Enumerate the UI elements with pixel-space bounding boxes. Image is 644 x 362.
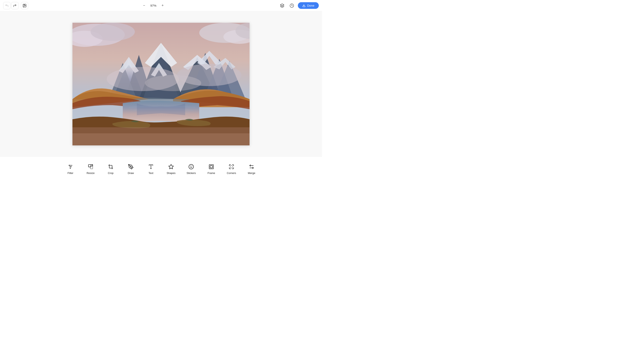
svg-point-38 (70, 166, 72, 167)
tool-filter[interactable]: Filter (60, 160, 80, 178)
tool-crop[interactable]: Crop (100, 160, 121, 178)
text-icon (148, 163, 154, 170)
merge-icon (248, 163, 255, 170)
done-label: Done (307, 4, 314, 7)
stickers-icon (188, 163, 194, 170)
filter-label: Filter (68, 172, 74, 175)
svg-rect-49 (210, 166, 212, 168)
header-center: − 97% + (141, 3, 166, 8)
resize-icon (87, 163, 94, 170)
svg-point-10 (90, 23, 135, 41)
tool-shapes[interactable]: Shapes (161, 160, 181, 178)
layers-icon (280, 3, 284, 8)
svg-point-39 (70, 168, 71, 169)
shapes-label: Shapes (167, 172, 176, 175)
shapes-icon (168, 163, 174, 170)
add-image-button[interactable] (21, 2, 28, 9)
draw-label: Draw (128, 172, 134, 175)
svg-rect-48 (209, 164, 214, 169)
crop-label: Crop (108, 172, 114, 175)
tool-resize[interactable]: Resize (80, 160, 100, 178)
done-button[interactable]: Done (298, 2, 319, 9)
svg-point-31 (145, 75, 201, 91)
tool-frame[interactable]: Frame (201, 160, 222, 178)
svg-point-42 (130, 166, 131, 167)
frame-label: Frame (208, 172, 215, 175)
header-left (3, 2, 28, 9)
tool-merge[interactable]: Merge (242, 160, 262, 178)
undo-button[interactable] (3, 2, 10, 9)
corners-icon (228, 163, 235, 170)
header: − 97% + Done (0, 0, 322, 11)
bottom-toolbar: Filter Resize Crop (0, 157, 322, 181)
text-label: Text (148, 172, 153, 175)
draw-icon (128, 163, 134, 170)
zoom-plus-icon: + (162, 3, 164, 8)
resize-label: Resize (86, 172, 94, 175)
zoom-out-button[interactable]: − (141, 3, 147, 8)
redo-button[interactable] (11, 2, 18, 9)
zoom-in-button[interactable]: + (160, 3, 166, 8)
stickers-label: Stickers (186, 172, 196, 175)
zoom-minus-icon: − (143, 3, 145, 8)
canvas-area (0, 11, 322, 157)
tool-draw[interactable]: Draw (121, 160, 141, 178)
image-container (72, 23, 250, 145)
tool-text[interactable]: Text (141, 160, 161, 178)
tool-corners[interactable]: Corners (222, 160, 242, 178)
frame-icon (208, 163, 214, 170)
svg-point-45 (189, 164, 194, 169)
layers-button[interactable] (278, 2, 286, 9)
landscape-image (72, 23, 250, 145)
tool-stickers[interactable]: Stickers (181, 160, 201, 178)
svg-rect-33 (72, 133, 250, 145)
svg-point-37 (69, 165, 70, 166)
zoom-value: 97% (149, 4, 158, 7)
download-icon (302, 4, 306, 7)
history-icon (290, 3, 294, 8)
svg-rect-50 (230, 166, 233, 168)
corners-label: Corners (227, 172, 236, 175)
filter-icon (67, 163, 74, 170)
landscape-svg (72, 23, 250, 145)
merge-label: Merge (248, 172, 256, 175)
header-right: Done (278, 2, 319, 9)
history-button[interactable] (288, 2, 296, 9)
crop-icon (108, 163, 114, 170)
svg-marker-4 (280, 3, 284, 5)
